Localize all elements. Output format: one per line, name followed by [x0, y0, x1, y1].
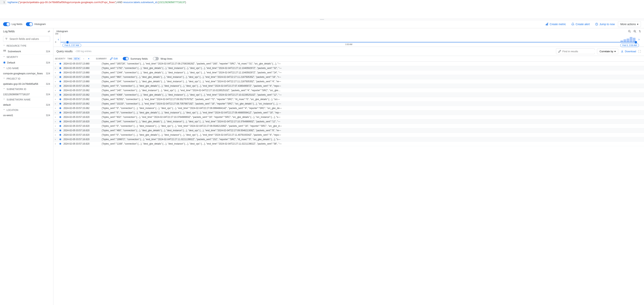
facet-item[interactable]: 1321292905877716137324 [0, 92, 53, 97]
log-row[interactable]: ›✱2024-02-05 03:57:16.620{"bytes_sent":"… [54, 133, 644, 137]
search-fields-input[interactable] [3, 36, 50, 42]
facet-group-header[interactable]: ⌃SEVERITY [0, 55, 53, 60]
log-row[interactable]: ›✱2024-02-05 03:57:15.062{"bytes_sent":"… [54, 97, 644, 102]
histogram-toggle[interactable]: Histogram [26, 22, 46, 26]
timestamp: 2024-02-05 03:57:15.062 [64, 89, 100, 92]
expand-row-icon[interactable]: › [55, 76, 58, 78]
expand-row-icon[interactable]: › [55, 98, 58, 101]
log-row[interactable]: ›✱2024-02-05 03:57:16.620{"bytes_sent":"… [54, 128, 644, 133]
expand-row-icon[interactable]: › [55, 71, 58, 74]
log-row[interactable]: ›✱2024-02-05 03:57:15.062{"bytes_sent":"… [54, 102, 644, 106]
subnetwork-icon [3, 50, 6, 53]
log-row[interactable]: ›✱2024-02-05 03:57:15.062{"bytes_sent":"… [54, 93, 644, 97]
expand-row-icon[interactable]: › [55, 142, 58, 145]
log-summary: {"bytes_sent":"1168", "connection":{…}, … [102, 142, 282, 145]
range-start-handle[interactable] [66, 41, 69, 43]
facet-item[interactable]: default324 [0, 102, 53, 107]
log-row[interactable]: ›✱2024-02-05 03:57:13.660{"bytes_sent":"… [54, 79, 644, 84]
create-metric-button[interactable]: Create metric [543, 22, 568, 27]
log-row[interactable]: ›✱2024-02-05 03:57:16.620{"bytes_sent":"… [54, 115, 644, 119]
log-row[interactable]: ›✱2024-02-05 03:57:13.660{"bytes_sent":"… [54, 71, 644, 75]
zoom-in-icon[interactable] [633, 30, 636, 34]
query-editor[interactable]: 1 logName:("projects/qwiklabs-gcp-00-2e7… [0, 0, 644, 19]
facet-item[interactable]: compute.googleapis.com/vpc_flows324 [0, 71, 53, 76]
expand-row-icon[interactable]: › [55, 62, 58, 65]
clock-icon [595, 23, 598, 26]
expand-row-icon[interactable]: › [55, 107, 58, 110]
facet-group-header[interactable]: ⌃SUBNETWORK NAME [0, 97, 53, 102]
create-alert-button[interactable]: Create alert [569, 22, 592, 27]
facet-group-header[interactable]: ⌃LOG NAME [0, 66, 53, 71]
log-row[interactable]: ›✱2024-02-05 03:57:16.620{"bytes_sent":"… [54, 137, 644, 142]
log-fields-toggle[interactable]: Log fields [3, 22, 22, 26]
expand-row-icon[interactable]: › [55, 120, 58, 123]
correlate-by-button[interactable]: Correlate by ▾ [597, 49, 618, 54]
histogram-prev-button[interactable]: ‹ [56, 34, 60, 45]
log-summary: {"bytes_sent":"140", "connection":{…}, "… [102, 89, 280, 92]
timestamp: 2024-02-05 03:57:16.620 [64, 125, 100, 127]
facet-count: 324 [46, 61, 50, 64]
timezone-pill[interactable]: IST ▾ [73, 57, 80, 60]
expand-row-icon[interactable]: › [55, 80, 58, 83]
find-in-results-input[interactable] [556, 48, 595, 54]
facet-group-header[interactable]: ⌃LOCATION [0, 108, 53, 113]
facet-item[interactable]: Subnetwork324 [0, 48, 53, 54]
toggle-switch-icon [123, 57, 129, 60]
log-row[interactable]: ›✱2024-02-05 03:57:13.660{"bytes_sent":"… [54, 66, 644, 71]
edit-summary-button[interactable]: Edit [110, 57, 118, 60]
fullscreen-icon[interactable]: ⛶ [638, 50, 641, 53]
expand-collapse-icon[interactable]: ⇄ [48, 30, 50, 33]
expand-row-icon[interactable]: › [55, 89, 58, 92]
time-column[interactable]: TIME IST ▾ [67, 57, 80, 60]
chevron-up-icon: ⌃ [3, 98, 5, 101]
severity-default-icon: ✱ [59, 76, 62, 79]
facet-group-header[interactable]: ⌃RESOURCE TYPE [0, 43, 53, 48]
expand-row-icon[interactable]: › [55, 116, 58, 118]
timestamp: 2024-02-05 03:57:13.660 [64, 76, 100, 78]
severity-column[interactable]: SEVERITY [55, 58, 66, 60]
download-button[interactable]: Download [620, 50, 636, 53]
facet-count: 324 [46, 50, 50, 53]
facet-label: Default [7, 61, 15, 64]
expand-row-icon[interactable]: › [55, 102, 58, 105]
histogram-chart[interactable]: 200 0 Feb 5, 2:57 AM 3:30 AM Feb 5, 3:58 [60, 34, 637, 45]
facet-item[interactable]: us-west1324 [0, 113, 53, 118]
timestamp: 2024-02-05 03:57:15.062 [64, 98, 100, 101]
mid-time-label: 3:30 AM [345, 43, 352, 46]
log-rows-list[interactable]: ›✱2024-02-05 03:57:13.660{"bytes_sent":"… [54, 62, 644, 305]
range-end-handle[interactable] [635, 41, 637, 43]
expand-row-icon[interactable]: › [55, 138, 58, 141]
expand-row-icon[interactable]: › [55, 85, 58, 87]
facet-group-header[interactable]: ⌃PROJECT ID [0, 76, 53, 81]
sort-asc-icon[interactable]: ↑ [82, 58, 86, 60]
jump-to-now-button[interactable]: Jump to now [593, 22, 617, 27]
log-row[interactable]: ›✱2024-02-05 03:57:16.620{"bytes_sent":"… [54, 119, 644, 124]
facet-group-header[interactable]: ⌃SUBNETWORK ID [0, 87, 53, 92]
facet-item[interactable]: ✱Default324 [0, 60, 53, 66]
timestamp: 2024-02-05 03:57:16.620 [64, 142, 100, 145]
filter-dropdown-icon[interactable]: ▾ [87, 58, 90, 60]
expand-row-icon[interactable]: › [55, 94, 58, 96]
expand-row-icon[interactable]: › [55, 111, 58, 114]
facet-item[interactable]: qwiklabs-gcp-00-2e76b685af56324 [0, 81, 53, 87]
log-row[interactable]: ›✱2024-02-05 03:57:15.062{"bytes_sent":"… [54, 88, 644, 93]
log-row[interactable]: ›✱2024-02-05 03:57:16.620{"bytes_sent":"… [54, 142, 644, 146]
log-row[interactable]: ›✱2024-02-05 03:57:13.660{"bytes_sent":"… [54, 62, 644, 66]
zoom-out-icon[interactable] [628, 30, 631, 34]
expand-row-icon[interactable]: › [55, 67, 58, 70]
wrap-lines-toggle[interactable]: Wrap lines [152, 57, 172, 61]
expand-vertical-icon[interactable]: ⇅ [639, 30, 641, 34]
log-row[interactable]: ›✱2024-02-05 03:57:13.660{"bytes_sent":"… [54, 75, 644, 79]
log-row[interactable]: ›✱2024-02-05 03:57:16.620{"bytes_sent":"… [54, 111, 644, 115]
severity-default-icon: ✱ [59, 142, 62, 145]
expand-row-icon[interactable]: › [55, 125, 58, 127]
log-row[interactable]: ›✱2024-02-05 03:57:15.062{"bytes_sent":"… [54, 106, 644, 111]
log-row[interactable]: ›✱2024-02-05 03:57:15.062{"bytes_sent":"… [54, 84, 644, 88]
histogram-next-button[interactable]: › [637, 34, 641, 45]
expand-row-icon[interactable]: › [55, 134, 58, 136]
summary-fields-toggle[interactable]: Summary fields [122, 57, 148, 61]
log-row[interactable]: ›✱2024-02-05 03:57:16.620{"bytes_sent":"… [54, 124, 644, 128]
facet-label: qwiklabs-gcp-00-2e76b685af56 [3, 83, 38, 85]
expand-row-icon[interactable]: › [55, 129, 58, 132]
more-actions-button[interactable]: More actions ▾ [618, 21, 641, 27]
